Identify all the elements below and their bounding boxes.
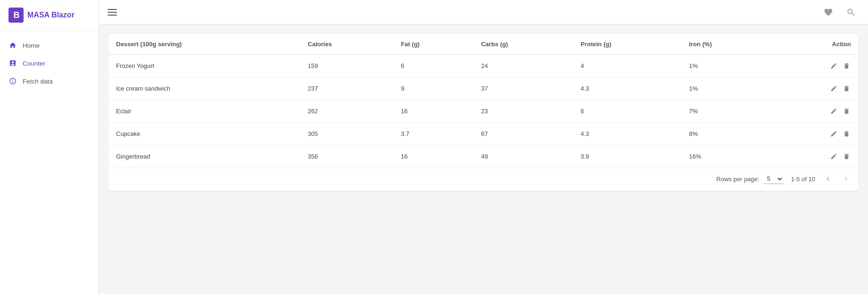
cell-fat: 3.7 (393, 123, 474, 145)
cell-action (771, 123, 859, 145)
rows-per-page-control: Rows per page: 51025 (717, 174, 784, 184)
sidebar-item-counter-label: Counter (23, 60, 45, 67)
col-calories: Calories (300, 34, 393, 55)
sidebar: B MASA Blazor Home Counter Fetch data (0, 0, 99, 294)
cell-fat: 16 (393, 100, 474, 123)
col-fat: Fat (g) (393, 34, 474, 55)
delete-button[interactable] (842, 152, 851, 161)
menu-toggle[interactable] (108, 9, 117, 16)
logo-text: MASA Blazor (27, 11, 75, 19)
counter-icon (8, 59, 17, 67)
delete-button[interactable] (842, 84, 851, 93)
cell-iron: 8% (682, 123, 772, 145)
delete-button[interactable] (842, 61, 851, 70)
cell-action (771, 77, 859, 100)
table-row: Eclair 262 16 23 6 7% (108, 100, 859, 123)
cell-calories: 305 (300, 123, 393, 145)
sidebar-item-fetch-data[interactable]: Fetch data (0, 72, 99, 90)
col-dessert: Dessert (100g serving) (108, 34, 300, 55)
search-button[interactable] (843, 4, 860, 21)
page-info: 1-5 of 10 (791, 176, 815, 183)
cell-carbs: 67 (474, 123, 573, 145)
cell-dessert: Gingerbread (108, 145, 300, 168)
cell-calories: 262 (300, 100, 393, 123)
cell-action (771, 100, 859, 123)
cell-protein: 3.9 (573, 145, 682, 168)
cell-fat: 9 (393, 77, 474, 100)
cell-carbs: 23 (474, 100, 573, 123)
col-iron: Iron (%) (682, 34, 772, 55)
cell-protein: 4.3 (573, 123, 682, 145)
cell-iron: 1% (682, 77, 772, 100)
cell-dessert: Cupcake (108, 123, 300, 145)
table-body: Frozen Yogurt 159 6 24 4 1% Ice cream sa… (108, 55, 859, 168)
table-row: Cupcake 305 3.7 67 4.3 8% (108, 123, 859, 145)
cell-protein: 4 (573, 55, 682, 77)
cell-dessert: Ice cream sandwich (108, 77, 300, 100)
rows-per-page-select[interactable]: 51025 (763, 174, 784, 184)
sidebar-item-home-label: Home (23, 42, 40, 49)
col-protein: Protein (g) (573, 34, 682, 55)
table-row: Frozen Yogurt 159 6 24 4 1% (108, 55, 859, 77)
logo-letter: B (14, 10, 19, 20)
edit-button[interactable] (829, 107, 838, 116)
col-action: Action (771, 34, 859, 55)
prev-page-button[interactable] (823, 174, 833, 184)
home-icon (8, 41, 17, 50)
rows-per-page-label: Rows per page: (717, 176, 760, 183)
logo-area: B MASA Blazor (0, 0, 99, 31)
cell-calories: 159 (300, 55, 393, 77)
sidebar-item-home[interactable]: Home (0, 36, 99, 54)
dessert-table: Dessert (100g serving) Calories Fat (g) … (108, 34, 859, 168)
edit-button[interactable] (829, 84, 838, 93)
logo-icon: B (8, 8, 24, 23)
pagination: Rows per page: 51025 1-5 of 10 (108, 168, 859, 191)
delete-button[interactable] (842, 107, 851, 116)
col-carbs: Carbs (g) (474, 34, 573, 55)
cell-fat: 16 (393, 145, 474, 168)
cell-fat: 6 (393, 55, 474, 77)
edit-button[interactable] (829, 152, 838, 161)
main-content: Dessert (100g serving) Calories Fat (g) … (99, 0, 868, 294)
cell-action (771, 145, 859, 168)
sidebar-item-fetch-label: Fetch data (23, 78, 53, 85)
cell-iron: 7% (682, 100, 772, 123)
table-header-row: Dessert (100g serving) Calories Fat (g) … (108, 34, 859, 55)
cell-iron: 1% (682, 55, 772, 77)
data-table-container: Dessert (100g serving) Calories Fat (g) … (108, 34, 859, 191)
cell-carbs: 49 (474, 145, 573, 168)
fetch-icon (8, 77, 17, 85)
cell-protein: 4.3 (573, 77, 682, 100)
cell-calories: 237 (300, 77, 393, 100)
sidebar-item-counter[interactable]: Counter (0, 54, 99, 72)
next-page-button[interactable] (841, 174, 851, 184)
edit-button[interactable] (829, 61, 838, 70)
favorites-button[interactable] (820, 4, 837, 21)
sidebar-nav: Home Counter Fetch data (0, 31, 99, 96)
cell-carbs: 24 (474, 55, 573, 77)
cell-iron: 16% (682, 145, 772, 168)
cell-dessert: Eclair (108, 100, 300, 123)
table-row: Gingerbread 356 16 49 3.9 16% (108, 145, 859, 168)
edit-button[interactable] (829, 129, 838, 138)
cell-calories: 356 (300, 145, 393, 168)
cell-action (771, 55, 859, 77)
delete-button[interactable] (842, 129, 851, 138)
cell-dessert: Frozen Yogurt (108, 55, 300, 77)
table-row: Ice cream sandwich 237 9 37 4.3 1% (108, 77, 859, 100)
topbar (99, 0, 868, 25)
cell-carbs: 37 (474, 77, 573, 100)
cell-protein: 6 (573, 100, 682, 123)
